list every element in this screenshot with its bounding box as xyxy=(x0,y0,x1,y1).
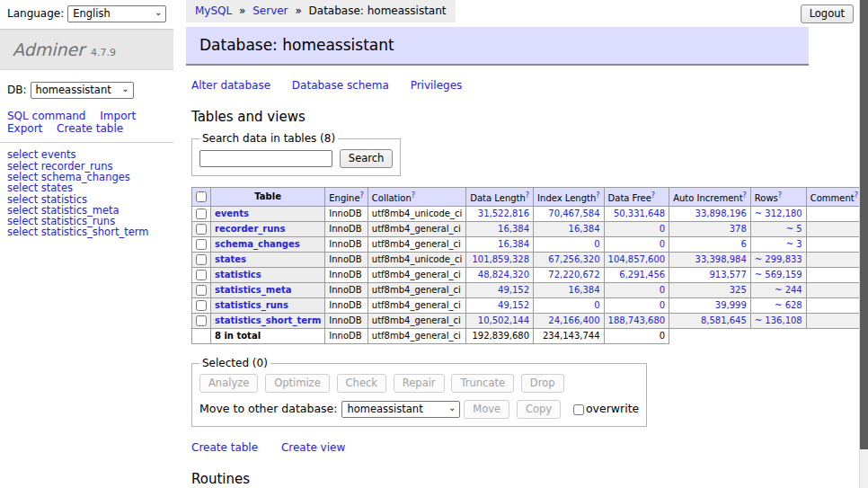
rows-help-link[interactable]: ? xyxy=(778,191,782,200)
index-length-link[interactable]: 0 xyxy=(594,239,599,249)
sidebar-select-statistics[interactable]: select statistics xyxy=(7,194,166,205)
data-free-link[interactable]: 104,857,600 xyxy=(608,254,666,264)
index-length-help-link[interactable]: ? xyxy=(596,191,599,200)
data-free-link[interactable]: 0 xyxy=(660,285,665,295)
sidebar-link-import[interactable]: Import xyxy=(100,110,136,122)
rows-count-link[interactable]: ~ 299,833 xyxy=(755,254,802,264)
auto-increment-link[interactable]: 913,577 xyxy=(709,270,746,279)
data-length-link[interactable]: 10,502,144 xyxy=(478,315,529,325)
auto-increment-link[interactable]: 8,581,645 xyxy=(701,315,747,325)
search-input[interactable] xyxy=(199,150,332,167)
privileges-link[interactable]: Privileges xyxy=(411,79,463,92)
sidebar-select-events[interactable]: select events xyxy=(7,149,166,160)
table-name-link[interactable]: events xyxy=(215,209,249,218)
repair-button[interactable]: Repair xyxy=(394,374,445,393)
chevron-down-icon: ⌄ xyxy=(121,84,128,93)
data-length-link[interactable]: 49,152 xyxy=(498,300,529,310)
row-select-checkbox[interactable] xyxy=(196,239,207,250)
auto-increment-link[interactable]: 325 xyxy=(730,285,747,295)
rows-count-link[interactable]: ~ 3 xyxy=(786,239,802,249)
index-length-link[interactable]: 16,384 xyxy=(569,224,600,234)
table-name-link[interactable]: statistics_short_term xyxy=(215,315,321,325)
copy-button[interactable]: Copy xyxy=(517,400,561,419)
auto-increment-link[interactable]: 33,398,984 xyxy=(695,254,747,264)
table-name-link[interactable]: statistics_meta xyxy=(215,285,291,295)
rows-count-link[interactable]: ~ 628 xyxy=(775,300,802,310)
row-checkbox-cell xyxy=(192,237,211,253)
index-length-link[interactable]: 24,166,400 xyxy=(548,315,599,325)
auto-increment-link[interactable]: 33,898,196 xyxy=(695,209,747,218)
auto-increment-link[interactable]: 378 xyxy=(730,224,747,234)
data-free-link[interactable]: 188,743,680 xyxy=(608,315,666,325)
vertical-scrollbar[interactable] xyxy=(859,0,868,488)
table-name-link[interactable]: recorder_runs xyxy=(215,224,285,234)
truncate-button[interactable]: Truncate xyxy=(451,374,514,393)
database-schema-link[interactable]: Database schema xyxy=(292,79,389,92)
rows-count-link[interactable]: ~ 136,108 xyxy=(755,315,802,325)
sidebar-select-statistics-short-term[interactable]: select statistics_short_term xyxy=(7,226,166,237)
check-button[interactable]: Check xyxy=(337,374,386,393)
data-length-link[interactable]: 101,859,328 xyxy=(472,254,529,264)
sidebar-link-create-table[interactable]: Create table xyxy=(57,122,123,135)
data-free-link[interactable]: 0 xyxy=(660,239,665,249)
table-name-link[interactable]: statistics_runs xyxy=(215,300,288,310)
data-free-help-link[interactable]: ? xyxy=(651,191,655,200)
scrollbar-thumb[interactable] xyxy=(860,0,868,449)
data-length-link[interactable]: 48,824,320 xyxy=(478,270,529,279)
data-length-link[interactable]: 49,152 xyxy=(498,285,529,295)
data-length-link[interactable]: 31,522,816 xyxy=(478,209,529,218)
breadcrumb-mysql-link[interactable]: MySQL xyxy=(195,4,232,17)
data-free-link[interactable]: 0 xyxy=(660,300,665,310)
row-select-checkbox[interactable] xyxy=(196,285,207,296)
breadcrumb-server-link[interactable]: Server xyxy=(252,4,288,17)
optimize-button[interactable]: Optimize xyxy=(265,374,330,393)
table-name-link[interactable]: statistics xyxy=(215,270,261,279)
auto-increment-help-link[interactable]: ? xyxy=(743,191,747,200)
data-length-link[interactable]: 16,384 xyxy=(498,239,529,249)
data-length-help-link[interactable]: ? xyxy=(526,191,529,200)
overwrite-checkbox[interactable] xyxy=(573,404,584,415)
analyze-button[interactable]: Analyze xyxy=(199,374,258,393)
index-length-link[interactable]: 16,384 xyxy=(569,285,600,295)
move-button[interactable]: Move xyxy=(464,400,509,419)
data-free-link[interactable]: 50,331,648 xyxy=(614,209,665,218)
engine-help-link[interactable]: ? xyxy=(360,191,364,200)
db-select[interactable]: homeassistant⌄ xyxy=(31,82,134,99)
row-select-checkbox[interactable] xyxy=(196,254,207,265)
logout-button[interactable]: Logout xyxy=(801,4,854,23)
table-name-link[interactable]: schema_changes xyxy=(215,239,300,249)
rows-count-link[interactable]: ~ 244 xyxy=(775,285,802,295)
row-select-checkbox[interactable] xyxy=(196,270,207,280)
row-select-checkbox[interactable] xyxy=(196,224,207,235)
data-free-link[interactable]: 0 xyxy=(660,224,665,234)
index-length-link[interactable]: 72,220,672 xyxy=(548,270,599,279)
row-select-checkbox[interactable] xyxy=(196,315,207,326)
search-button[interactable]: Search xyxy=(340,149,394,168)
collation-help-link[interactable]: ? xyxy=(412,191,415,200)
comment-help-link[interactable]: ? xyxy=(855,191,858,200)
select-all-checkbox[interactable] xyxy=(196,191,207,202)
auto-increment-link[interactable]: 39,999 xyxy=(715,300,747,310)
alter-database-link[interactable]: Alter database xyxy=(191,79,270,92)
table-name-link[interactable]: states xyxy=(215,254,246,264)
index-length-link[interactable]: 67,256,320 xyxy=(548,254,599,264)
move-database-select[interactable]: homeassistant⌄ xyxy=(341,401,460,418)
rows-count-link[interactable]: ~ 5 xyxy=(786,224,802,234)
auto-increment-link[interactable]: 6 xyxy=(740,239,746,249)
sidebar-link-export[interactable]: Export xyxy=(7,122,42,135)
sidebar-select-states[interactable]: select states xyxy=(7,182,166,193)
language-select[interactable]: English⌄ xyxy=(67,5,166,22)
sidebar-link-sql-command[interactable]: SQL command xyxy=(7,110,85,122)
rows-count-link[interactable]: ~ 312,180 xyxy=(755,209,802,218)
index-length-link[interactable]: 0 xyxy=(594,300,599,310)
drop-button[interactable]: Drop xyxy=(521,374,564,393)
data-length-link[interactable]: 16,384 xyxy=(498,224,529,234)
create-table-link[interactable]: Create table xyxy=(191,441,258,454)
data-free-link[interactable]: 6,291,456 xyxy=(619,270,665,279)
row-select-checkbox[interactable] xyxy=(196,209,207,219)
index-length-cell: 0 xyxy=(534,237,604,253)
index-length-link[interactable]: 70,467,584 xyxy=(548,209,599,218)
create-view-link[interactable]: Create view xyxy=(281,441,345,454)
rows-count-link[interactable]: ~ 569,159 xyxy=(755,270,802,279)
row-select-checkbox[interactable] xyxy=(196,300,207,311)
